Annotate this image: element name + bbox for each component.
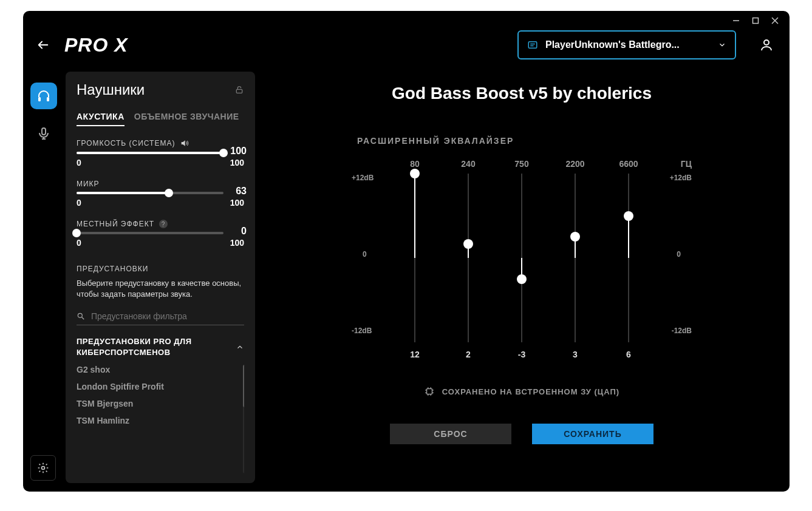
maximize-button[interactable] [746, 15, 765, 27]
stored-text: СОХРАНЕНО НА ВСТРОЕННОМ ЗУ (ЦАП) [442, 387, 619, 396]
search-icon [77, 312, 85, 320]
eq-freq: 240 [451, 159, 485, 169]
svg-rect-9 [47, 97, 49, 101]
device-rail [30, 83, 57, 147]
svg-rect-4 [528, 42, 537, 49]
sidetone-slider[interactable]: 0 [77, 232, 223, 234]
svg-point-7 [764, 40, 769, 45]
eq-band-knob[interactable] [570, 232, 580, 242]
close-button[interactable] [765, 15, 785, 27]
sidebar-panel: Наушники АКУСТИКА ОБЪЕМНОЕ ЗВУЧАНИЕ ГРОМ… [66, 72, 255, 483]
eq-freq: 80 [398, 159, 432, 169]
preset-scrollbar[interactable] [243, 365, 244, 473]
panel-title: Наушники [77, 81, 145, 98]
volume-label-text: ГРОМКОСТЬ (СИСТЕМА) [77, 139, 175, 147]
speaker-icon [180, 138, 189, 148]
db-top-right: +12dB [670, 174, 692, 182]
svg-rect-15 [426, 389, 432, 394]
lock-open-icon[interactable] [234, 85, 244, 95]
eq-freq: 750 [505, 159, 539, 169]
db-mid-left: 0 [363, 250, 367, 259]
arrow-left-icon [36, 38, 50, 52]
account-button[interactable] [754, 33, 779, 57]
headphones-icon [36, 89, 51, 103]
profile-selector[interactable]: PlayerUnknown's Battlegro... [517, 30, 736, 59]
eq-freq: 6600 [612, 159, 646, 169]
preset-item[interactable]: G2 shox [77, 365, 244, 374]
presets-label: ПРЕДУСТАНОВКИ [77, 265, 244, 273]
volume-value: 100 [230, 146, 247, 157]
settings-button[interactable] [30, 455, 56, 481]
tab-acoustic[interactable]: АКУСТИКА [77, 112, 125, 126]
header: PRO X PlayerUnknown's Battlegro... [34, 30, 779, 59]
eq-freq: 2200 [558, 159, 592, 169]
sidetone-max: 100 [230, 238, 244, 248]
chevron-up-icon [236, 343, 244, 351]
sidetone-value: 0 [241, 226, 247, 237]
preset-item[interactable]: TSM Hamlinz [77, 416, 244, 425]
eq-band-knob[interactable] [624, 211, 633, 221]
mic-value: 63 [236, 186, 247, 197]
mic-slider[interactable]: 63 [77, 192, 223, 194]
svg-rect-12 [236, 89, 242, 93]
eq-band-slider[interactable] [505, 174, 539, 342]
back-button[interactable] [34, 36, 52, 54]
volume-slider[interactable]: 100 [77, 152, 223, 154]
main-content: God Bass Boost v5 by cholerics РАСШИРЕНН… [266, 84, 777, 483]
eq-value: 12 [398, 350, 432, 359]
eq-value: -3 [505, 350, 539, 359]
volume-label: ГРОМКОСТЬ (СИСТЕМА) [77, 138, 244, 148]
svg-rect-8 [38, 97, 41, 101]
user-icon [759, 38, 774, 52]
eq-band-slider[interactable] [558, 174, 592, 342]
window-controls [726, 15, 785, 27]
db-bot-right: -12dB [672, 327, 692, 335]
tab-surround[interactable]: ОБЪЕМНОЕ ЗВУЧАНИЕ [134, 112, 239, 126]
reset-button[interactable]: СБРОС [390, 424, 511, 444]
headphones-tab[interactable] [30, 83, 57, 109]
panel-tabs: АКУСТИКА ОБЪЕМНОЕ ЗВУЧАНИЕ [77, 112, 244, 126]
eq-band-slider[interactable] [451, 174, 485, 342]
chip-icon [424, 386, 435, 397]
save-button[interactable]: СОХРАНИТЬ [532, 424, 653, 444]
eq-band-knob[interactable] [410, 169, 420, 178]
eq-band-slider[interactable] [612, 174, 646, 342]
preset-item[interactable]: London Spitfire Profit [77, 382, 244, 391]
eq-freq-row: 80 240 750 2200 6600 [398, 159, 646, 169]
microphone-icon [36, 126, 51, 141]
svg-rect-1 [753, 18, 759, 24]
preset-list: G2 shox London Spitfire Profit TSM Bjerg… [77, 365, 244, 473]
volume-max: 100 [230, 158, 244, 168]
svg-rect-10 [42, 128, 46, 135]
volume-min: 0 [77, 158, 81, 168]
eq-section-label: РАСШИРЕННЫЙ ЭКВАЛАЙЗЕР [357, 136, 777, 146]
eq-value: 3 [558, 350, 592, 359]
hz-label: ГЦ [681, 159, 692, 169]
eq-band-slider[interactable] [398, 174, 432, 342]
save-label: СОХРАНИТЬ [564, 429, 621, 439]
minimize-button[interactable] [726, 15, 746, 27]
svg-line-14 [82, 317, 84, 320]
preset-search[interactable] [77, 308, 244, 325]
db-bot-left: -12dB [352, 327, 372, 335]
eq-band-knob[interactable] [517, 274, 527, 284]
action-buttons: СБРОС СОХРАНИТЬ [266, 424, 777, 444]
preset-item[interactable]: TSM Bjergsen [77, 399, 244, 408]
eq-value: 2 [451, 350, 485, 359]
db-mid-right: 0 [677, 250, 681, 259]
db-top-left: +12dB [352, 174, 374, 182]
app-window: PRO X PlayerUnknown's Battlegro... Наушн… [23, 11, 790, 492]
eq-band-knob[interactable] [463, 239, 473, 249]
help-icon[interactable]: ? [159, 220, 168, 228]
preset-search-input[interactable] [91, 311, 244, 321]
mic-max: 100 [230, 198, 244, 208]
stored-status: СОХРАНЕНО НА ВСТРОЕННОМ ЗУ (ЦАП) [266, 386, 777, 397]
reset-label: СБРОС [434, 429, 467, 439]
sidetone-min: 0 [77, 238, 81, 248]
microphone-tab[interactable] [30, 120, 57, 147]
svg-point-13 [78, 313, 82, 317]
chevron-down-icon [718, 41, 726, 49]
preset-group-header[interactable]: ПРЕДУСТАНОВКИ PRO ДЛЯ КИБЕРСПОРТСМЕНОВ [77, 336, 244, 357]
mic-label: МИКР [77, 180, 244, 188]
preset-group-title: ПРЕДУСТАНОВКИ PRO ДЛЯ КИБЕРСПОРТСМЕНОВ [77, 336, 216, 357]
